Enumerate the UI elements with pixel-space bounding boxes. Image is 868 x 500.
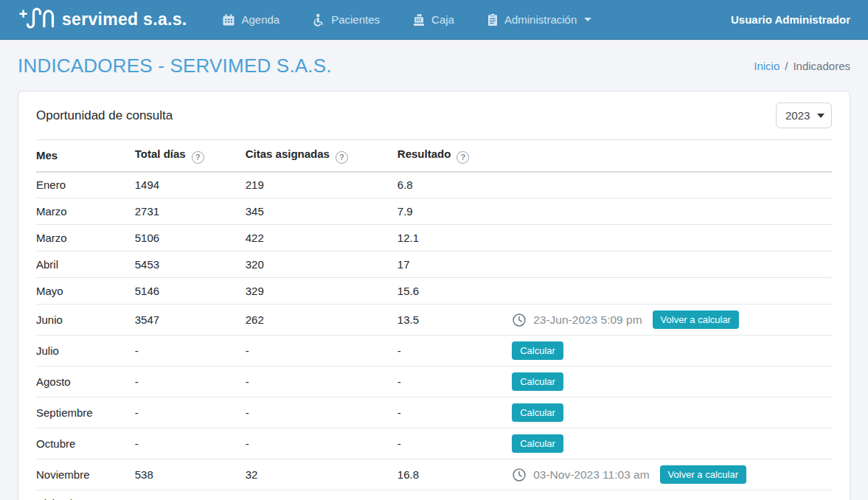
month-cell: Septiembre (36, 397, 135, 428)
total-days-cell: - (135, 367, 246, 397)
assigned-appointments-cell: 329 (246, 278, 397, 305)
table-row: Agosto---Calcular (36, 367, 832, 397)
action-cell (512, 172, 832, 198)
total-days-cell: - (135, 428, 246, 459)
action-cell (512, 251, 832, 278)
assigned-appointments-cell: - (246, 336, 397, 367)
nav-item-pacientes[interactable]: Pacientes (312, 13, 380, 27)
assigned-appointments-cell: 219 (246, 172, 397, 198)
table-row: Noviembre5383216.803-Nov-2023 11:03 amVo… (36, 459, 832, 490)
assigned-appointments-cell: - (246, 367, 397, 397)
table-row: Abril545332017 (36, 251, 832, 278)
result-cell: - (397, 336, 512, 367)
month-cell: Marzo (36, 225, 135, 251)
assigned-appointments-cell: 262 (246, 305, 397, 336)
calculate-button[interactable]: Calcular (512, 341, 563, 360)
indicator-table-body: Enero14942196.8Marzo27313457.9Marzo51064… (36, 172, 832, 500)
assigned-appointments-cell: 345 (246, 198, 397, 225)
help-icon[interactable]: ? (192, 151, 204, 164)
result-cell: 13.5 (397, 305, 512, 336)
total-days-cell: 3547 (135, 305, 246, 336)
result-cell: 12.1 (397, 225, 512, 251)
action-wrap: 23-Jun-2023 5:09 pmVolver a calcular (512, 310, 823, 329)
nav-label: Administración (504, 13, 577, 26)
result-cell: 7.9 (397, 198, 512, 225)
table-row: Octubre---Calcular (36, 428, 832, 459)
assigned-appointments-cell: 422 (246, 225, 397, 251)
help-icon[interactable]: ? (456, 151, 469, 164)
year-select-wrap: 2023 (776, 103, 832, 128)
month-cell: Marzo (36, 198, 135, 225)
breadcrumb-home-link[interactable]: Inicio (754, 60, 780, 72)
header-row: MesTotal días?Citas asignadas?Resultado? (36, 140, 832, 172)
main-nav: Agenda Pacientes (222, 13, 591, 27)
action-wrap: Calcular (512, 341, 823, 360)
cash-register-icon (412, 13, 426, 27)
result-cell: - (397, 428, 512, 459)
table-row: Septiembre---Calcular (36, 397, 832, 428)
calculate-button[interactable]: Calcular (512, 372, 563, 391)
help-icon[interactable]: ? (336, 151, 348, 164)
year-select[interactable]: 2023 (776, 103, 832, 128)
column-label: Mes (36, 149, 58, 162)
assigned-appointments-cell: 32 (246, 459, 397, 490)
nav-item-agenda[interactable]: Agenda (222, 13, 280, 27)
indicator-table: MesTotal días?Citas asignadas?Resultado?… (36, 139, 832, 500)
total-days-cell: - (135, 336, 246, 367)
brand[interactable]: servimed s.a.s. (18, 6, 187, 34)
nav-label: Caja (431, 13, 454, 26)
calculate-button[interactable]: Calcular (512, 403, 563, 422)
total-days-cell: 538 (135, 459, 246, 490)
total-days-cell: 1494 (135, 172, 246, 198)
result-cell: 6.8 (397, 172, 512, 198)
column-header-citas-asignadas: Citas asignadas? (246, 140, 397, 172)
total-days-cell: 5106 (135, 225, 246, 251)
result-cell: 16.8 (397, 459, 512, 490)
assigned-appointments-cell: - (246, 428, 397, 459)
recalculate-button[interactable]: Volver a calcular (653, 310, 739, 329)
column-label: Citas asignadas (246, 147, 330, 160)
calendar-icon (222, 13, 235, 27)
month-cell: Enero (36, 172, 135, 198)
nav-item-administracion[interactable]: Administración (487, 13, 591, 27)
calculate-button[interactable]: Calcular (512, 434, 563, 453)
nav-item-caja[interactable]: Caja (412, 13, 454, 27)
action-cell: 03-Nov-2023 11:03 amVolver a calcular (512, 459, 832, 490)
month-cell: Octubre (36, 428, 135, 459)
assigned-appointments-cell: - (246, 490, 397, 500)
clipboard-icon (487, 13, 499, 27)
month-cell: Junio (36, 305, 135, 336)
table-row: Enero14942196.8 (36, 172, 832, 198)
column-header-total-días: Total días? (135, 140, 246, 172)
card-header: Oportunidad de consulta 2023 (18, 91, 850, 139)
column-header-actions (512, 140, 832, 172)
chevron-down-icon (584, 18, 591, 21)
action-wrap: 03-Nov-2023 11:03 amVolver a calcular (512, 465, 823, 484)
breadcrumb-current: Indicadores (793, 60, 850, 72)
action-cell: Calcular (512, 397, 832, 428)
breadcrumb-separator: / (785, 60, 788, 72)
nav-label: Agenda (241, 13, 280, 26)
action-cell: Calcular (512, 336, 832, 367)
patients-icon (312, 13, 325, 27)
indicator-card: Oportunidad de consulta 2023 MesTotal dí… (18, 91, 850, 500)
total-days-cell: - (135, 490, 246, 500)
total-days-cell: - (135, 397, 246, 428)
month-cell: Mayo (36, 278, 135, 305)
result-cell: - (397, 490, 512, 500)
brand-name: servimed s.a.s. (62, 10, 187, 29)
column-label: Resultado (397, 147, 451, 160)
calculation-timestamp: 23-Jun-2023 5:09 pm (533, 313, 642, 327)
recalculate-button[interactable]: Volver a calcular (660, 465, 746, 484)
table-row: Mayo514632915.6 (36, 278, 832, 305)
timestamp-group: 03-Nov-2023 11:03 am (512, 468, 649, 482)
indicator-table-head: MesTotal días?Citas asignadas?Resultado? (36, 140, 832, 172)
total-days-cell: 2731 (135, 198, 246, 225)
action-wrap: Calcular (512, 372, 823, 391)
column-header-mes: Mes (36, 140, 135, 172)
assigned-appointments-cell: 320 (246, 251, 397, 278)
action-cell (512, 278, 832, 305)
user-menu[interactable]: Usuario Administrador (731, 13, 850, 26)
calculation-timestamp: 03-Nov-2023 11:03 am (533, 468, 649, 482)
total-days-cell: 5146 (135, 278, 246, 305)
